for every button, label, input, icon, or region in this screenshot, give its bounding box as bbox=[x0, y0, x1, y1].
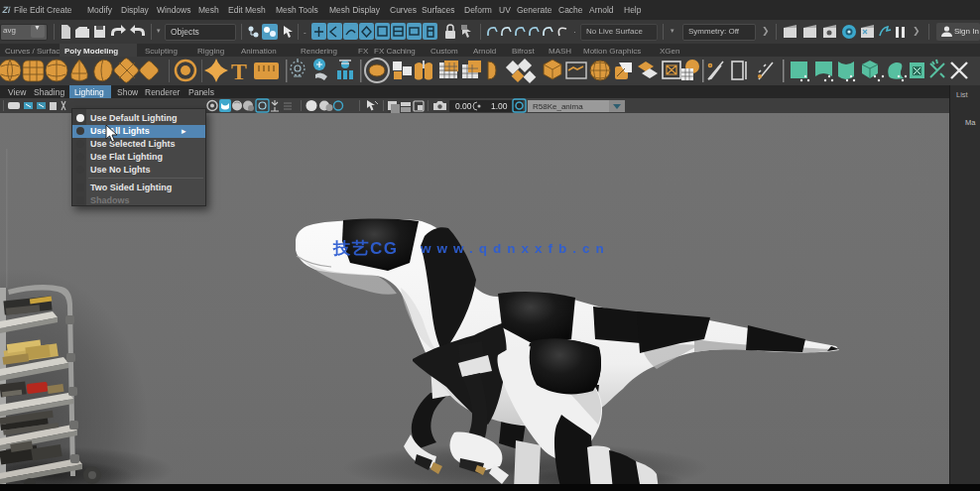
svg-text:技艺CG: 技艺CG bbox=[332, 239, 399, 258]
svg-text:R58Ke_anima: R58Ke_anima bbox=[533, 102, 583, 111]
svg-text:0.00: 0.00 bbox=[455, 101, 472, 111]
svg-text:T: T bbox=[231, 59, 247, 84]
svg-text:www.qdnxxfb.cn: www.qdnxxfb.cn bbox=[420, 241, 610, 256]
svg-text:1.00: 1.00 bbox=[491, 101, 508, 111]
